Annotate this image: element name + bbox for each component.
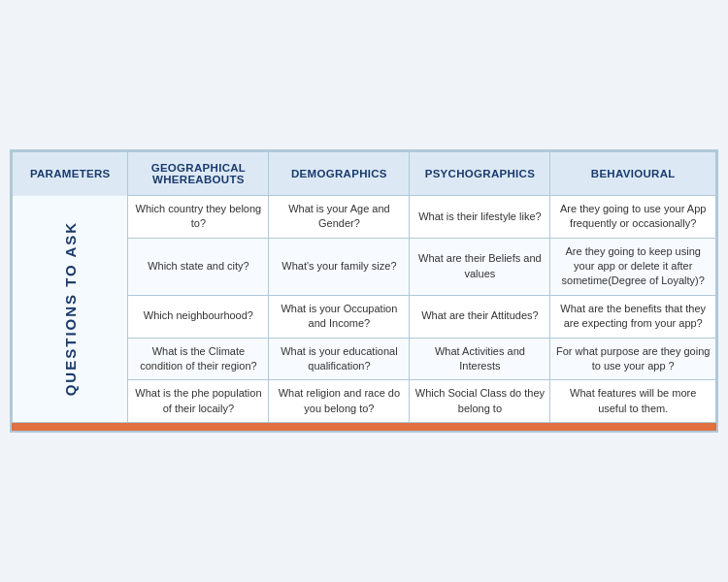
header-geo: Geographical Whereabouts	[128, 151, 269, 195]
cell-behav-1: Are they going to use your App frequentl…	[550, 195, 716, 238]
cell-behav-4: For what purpose are they going to use y…	[550, 338, 716, 380]
cell-demo-3: What is your Occupation and Income?	[269, 295, 410, 338]
cell-geo-2: Which state and city?	[128, 238, 269, 295]
cell-behav-5: What features will be more useful to the…	[550, 380, 716, 423]
header-psycho: Psychographics	[410, 151, 550, 195]
cell-geo-1: Which country they belong to?	[128, 195, 269, 238]
row-label: Questions to Ask	[13, 195, 128, 422]
main-table-wrapper: Parameters Geographical Whereabouts Demo…	[10, 149, 718, 433]
header-params: Parameters	[13, 151, 128, 195]
cell-psycho-1: What is their lifestyle like?	[410, 195, 550, 238]
cell-behav-3: What are the benefits that they are expe…	[550, 295, 716, 338]
cell-demo-4: What is your educational qualification?	[269, 338, 410, 380]
cell-psycho-3: What are their Attitudes?	[410, 295, 550, 338]
cell-demo-5: What religion and race do you belong to?	[269, 380, 410, 423]
parameters-table: Parameters Geographical Whereabouts Demo…	[12, 151, 716, 423]
cell-behav-2: Are they going to keep using your app or…	[550, 238, 716, 295]
cell-geo-3: Which neighbourhood?	[128, 295, 269, 338]
cell-geo-4: What is the Climate condition of their r…	[128, 338, 269, 380]
bottom-bar	[12, 423, 716, 431]
cell-psycho-5: Which Social Class do they belong to	[410, 380, 550, 423]
cell-psycho-2: What are their Beliefs and values	[410, 238, 550, 295]
header-demo: Demographics	[269, 151, 410, 195]
cell-demo-1: What is your Age and Gender?	[269, 195, 410, 238]
cell-geo-5: What is the phe population of their loca…	[128, 380, 269, 423]
cell-psycho-4: What Activities and Interests	[410, 338, 550, 380]
header-behav: Behavioural	[550, 151, 716, 195]
table-row: Questions to Ask Which country they belo…	[13, 195, 716, 238]
cell-demo-2: What's your family size?	[269, 238, 410, 295]
